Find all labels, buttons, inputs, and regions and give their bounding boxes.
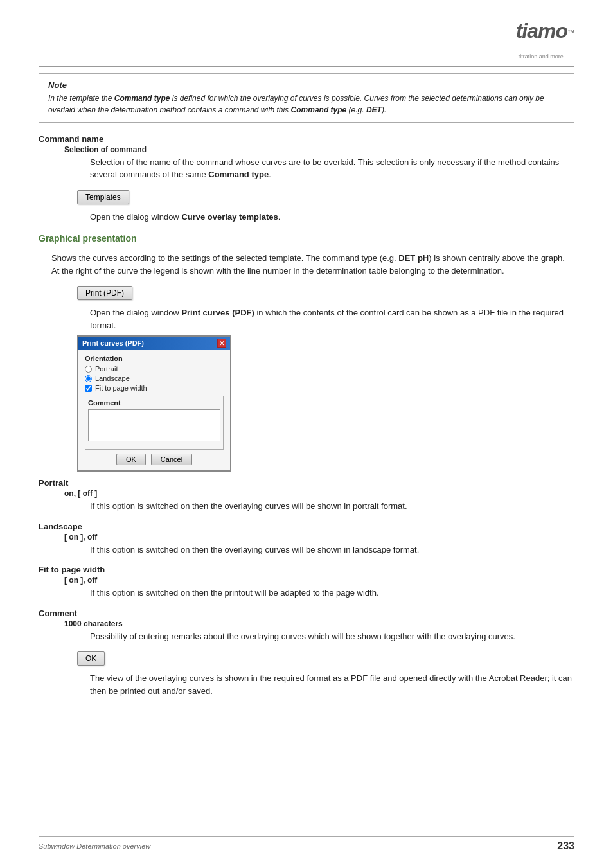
landscape-sub-label: [ on ], off — [64, 533, 574, 542]
dialog-buttons: OK Cancel — [85, 454, 224, 465]
header: tiamo™ titration and more — [39, 19, 574, 67]
dialog-ok-button[interactable]: OK — [116, 454, 146, 465]
command-name-description: Selection of the name of the command who… — [90, 156, 574, 181]
landscape-label: Landscape — [39, 522, 574, 531]
logo: tiamo™ titration and more — [516, 19, 574, 60]
landscape-radio-row: Landscape — [85, 375, 224, 382]
comment-label: Comment — [88, 399, 220, 407]
note-title: Note — [48, 80, 565, 90]
fit-to-page-sub-label: [ on ], off — [64, 576, 574, 585]
portrait-sub-label: on, [ off ] — [64, 489, 574, 498]
portrait-label: Portrait — [39, 478, 574, 488]
note-text: In the template the Command type is defi… — [48, 93, 565, 116]
comment-section: Comment 1000 characters Possibility of e… — [39, 608, 574, 643]
ok-button[interactable]: OK — [77, 651, 105, 666]
comment-textarea[interactable] — [88, 409, 220, 441]
graphical-presentation-heading: Graphical presentation — [39, 233, 574, 245]
dialog-close-button[interactable]: ✕ — [217, 339, 226, 348]
landscape-text: If this option is switched on then the o… — [90, 544, 574, 556]
command-name-section: Command name Selection of command Select… — [39, 134, 574, 181]
comment-section-label: Comment — [39, 608, 574, 618]
fit-to-page-section: Fit to page width [ on ], off If this op… — [39, 565, 574, 599]
comment-group: Comment — [85, 396, 224, 450]
selection-of-command-label: Selection of command — [64, 145, 574, 154]
logo-tm: ™ — [567, 28, 574, 36]
footer: Subwindow Determination overview 233 — [39, 836, 574, 852]
fit-checkbox[interactable] — [85, 385, 92, 392]
portrait-radio-label: Portrait — [95, 365, 118, 373]
orientation-label: Orientation — [85, 355, 224, 362]
dialog-body: Orientation Portrait Landscape Fit to pa… — [78, 350, 230, 470]
templates-description: Open the dialog window Curve overlay tem… — [90, 211, 574, 224]
portrait-radio[interactable] — [85, 366, 92, 373]
logo-text: tiamo — [516, 19, 567, 42]
logo-tagline: titration and more — [519, 53, 574, 60]
logo-container: tiamo™ titration and more — [516, 19, 574, 60]
portrait-radio-row: Portrait — [85, 365, 224, 373]
fit-checkbox-row: Fit to page width — [85, 384, 224, 392]
page: tiamo™ titration and more Note In the te… — [0, 0, 613, 868]
fit-label: Fit to page width — [95, 384, 147, 392]
landscape-section: Landscape [ on ], off If this option is … — [39, 522, 574, 556]
portrait-text: If this option is switched on then the o… — [90, 500, 574, 513]
print-curves-dialog: Print curves (PDF) ✕ Orientation Portrai… — [77, 335, 231, 472]
templates-button-container: Templates — [39, 190, 574, 208]
comment-sub-label: 1000 characters — [64, 619, 574, 628]
footer-left: Subwindow Determination overview — [39, 842, 150, 850]
print-pdf-button-container: Print (PDF) — [39, 286, 574, 304]
comment-text: Possibility of entering remarks about th… — [90, 630, 574, 643]
dialog-cancel-button[interactable]: Cancel — [151, 454, 192, 465]
ok-button-container: OK — [39, 651, 574, 669]
graphical-presentation-section: Graphical presentation Shows the curves … — [39, 233, 574, 277]
landscape-radio-label: Landscape — [95, 375, 130, 382]
command-name-label: Command name — [39, 134, 574, 144]
landscape-radio[interactable] — [85, 375, 92, 382]
portrait-section: Portrait on, [ off ] If this option is s… — [39, 478, 574, 513]
main-content: Note In the template the Command type is… — [39, 73, 574, 698]
dialog-titlebar: Print curves (PDF) ✕ — [78, 337, 230, 350]
note-box: Note In the template the Command type is… — [39, 73, 574, 123]
footer-right: 233 — [557, 840, 574, 852]
fit-to-page-text: If this option is switched on then the p… — [90, 587, 574, 599]
fit-to-page-label: Fit to page width — [39, 565, 574, 574]
dialog-title: Print curves (PDF) — [82, 339, 144, 347]
ok-description: The view of the overlaying curves is sho… — [90, 672, 574, 697]
print-pdf-button[interactable]: Print (PDF) — [77, 286, 132, 300]
templates-button[interactable]: Templates — [77, 190, 129, 204]
graphical-presentation-text: Shows the curves according to the settin… — [51, 252, 574, 277]
print-pdf-description: Open the dialog window Print curves (PDF… — [90, 306, 574, 332]
